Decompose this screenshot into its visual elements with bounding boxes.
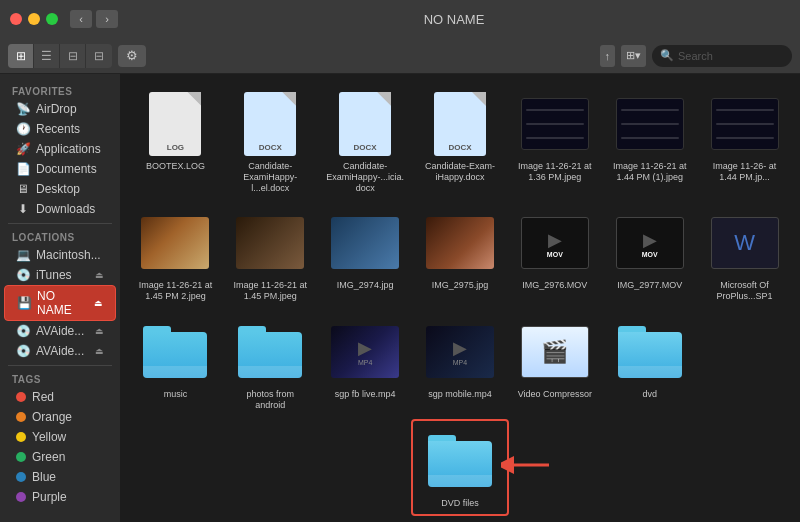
docx-shape-3: DOCX bbox=[434, 92, 486, 156]
docx-shape-2: DOCX bbox=[339, 92, 391, 156]
sidebar-item-purple[interactable]: Purple bbox=[4, 487, 116, 507]
file-bootex[interactable]: LOG BOOTEX.LOG bbox=[132, 86, 219, 197]
image1-icon bbox=[521, 90, 589, 158]
sidebar-item-green[interactable]: Green bbox=[4, 447, 116, 467]
candidate3-label: Candidate-Exam-iHappy.docx bbox=[421, 161, 500, 183]
sidebar-label-yellow: Yellow bbox=[32, 430, 66, 444]
desktop-icon: 🖥 bbox=[16, 182, 30, 196]
sidebar-item-macintosh[interactable]: 💻 Macintosh... bbox=[4, 245, 116, 265]
sidebar-item-itunes[interactable]: 💿 iTunes ⏏ bbox=[4, 265, 116, 285]
sidebar-label-macintosh: Macintosh... bbox=[36, 248, 101, 262]
sidebar-item-noname[interactable]: 💾 NO NAME ⏏ bbox=[4, 285, 116, 321]
file-image4[interactable]: Image 11-26-21 at 1.45 PM 2.jpeg bbox=[132, 205, 219, 306]
arrange-button[interactable]: ⊞▾ bbox=[621, 45, 646, 67]
maximize-button[interactable] bbox=[46, 13, 58, 25]
sidebar: Favorites 📡 AirDrop 🕐 Recents 🚀 Applicat… bbox=[0, 74, 120, 522]
bootex-icon: LOG bbox=[141, 90, 209, 158]
purple-tag-dot bbox=[16, 492, 26, 502]
gallery-view-btn[interactable]: ⊟ bbox=[86, 44, 112, 68]
sidebar-item-downloads[interactable]: ⬇ Downloads bbox=[4, 199, 116, 219]
sidebar-item-blue[interactable]: Blue bbox=[4, 467, 116, 487]
dvdfiles-arrow bbox=[501, 453, 551, 481]
img2976-thumb: ▶ MOV bbox=[521, 217, 589, 269]
file-videocomp[interactable]: 🎬 Video Compressor bbox=[511, 314, 598, 415]
back-button[interactable]: ‹ bbox=[70, 10, 92, 28]
dvd-label: dvd bbox=[642, 389, 657, 400]
search-placeholder: Search bbox=[678, 50, 713, 62]
file-candidate2[interactable]: DOCX Candidate-ExamiHappy-...icia.docx bbox=[322, 86, 409, 197]
file-image1[interactable]: Image 11-26-21 at 1.36 PM.jpeg bbox=[511, 86, 598, 197]
itunes-eject-icon[interactable]: ⏏ bbox=[95, 270, 104, 280]
action-button[interactable]: ⚙ bbox=[118, 45, 146, 67]
share-button[interactable]: ↑ bbox=[600, 45, 616, 67]
icon-view-btn[interactable]: ⊞ bbox=[8, 44, 34, 68]
dvd-folder-highlight bbox=[618, 366, 682, 378]
file-image3[interactable]: Image 11-26- at 1.44 PM.jp... bbox=[701, 86, 788, 197]
file-grid: LOG BOOTEX.LOG DOCX Candidate-ExamiHappy… bbox=[132, 86, 788, 512]
candidate2-label: Candidate-ExamiHappy-...icia.docx bbox=[326, 161, 405, 193]
file-dvd[interactable]: dvd bbox=[606, 314, 693, 415]
file-msoffice[interactable]: W Microsoft Of ProPlus...SP1 bbox=[701, 205, 788, 306]
macintosh-icon: 💻 bbox=[16, 248, 30, 262]
file-image2[interactable]: Image 11-26-21 at 1.44 PM (1).jpeg bbox=[606, 86, 693, 197]
bootex-label: BOOTEX.LOG bbox=[146, 161, 205, 172]
file-candidate3[interactable]: DOCX Candidate-Exam-iHappy.docx bbox=[417, 86, 504, 197]
file-candidate1[interactable]: DOCX Candidate-ExamiHappy-l...el.docx bbox=[227, 86, 314, 197]
file-dvdfiles[interactable]: DVD files bbox=[417, 423, 504, 513]
sidebar-item-applications[interactable]: 🚀 Applications bbox=[4, 139, 116, 159]
music-label: music bbox=[164, 389, 188, 400]
sidebar-item-red[interactable]: Red bbox=[4, 387, 116, 407]
file-photos[interactable]: photos from android bbox=[227, 314, 314, 415]
downloads-icon: ⬇ bbox=[16, 202, 30, 216]
file-sgpfb[interactable]: ▶ MP4 sgp fb live.mp4 bbox=[322, 314, 409, 415]
dvd-folder-icon bbox=[616, 318, 684, 386]
file-img2975[interactable]: IMG_2975.jpg bbox=[417, 205, 504, 306]
list-view-btn[interactable]: ☰ bbox=[34, 44, 60, 68]
candidate2-icon: DOCX bbox=[331, 90, 399, 158]
file-sgpmobile[interactable]: ▶ MP4 sgp mobile.mp4 bbox=[417, 314, 504, 415]
tags-label: Tags bbox=[0, 370, 120, 387]
sidebar-item-airdrop[interactable]: 📡 AirDrop bbox=[4, 99, 116, 119]
sidebar-item-documents[interactable]: 📄 Documents bbox=[4, 159, 116, 179]
img2977-label: IMG_2977.MOV bbox=[617, 280, 682, 291]
column-view-btn[interactable]: ⊟ bbox=[60, 44, 86, 68]
mov-badge-2976: MOV bbox=[547, 251, 563, 258]
image3-thumb bbox=[711, 98, 779, 150]
blue-tag-dot bbox=[16, 472, 26, 482]
sidebar-item-recents[interactable]: 🕐 Recents bbox=[4, 119, 116, 139]
forward-button[interactable]: › bbox=[96, 10, 118, 28]
title-bar: ‹ › NO NAME bbox=[0, 0, 800, 38]
nav-buttons: ‹ › bbox=[70, 10, 118, 28]
image3-icon bbox=[711, 90, 779, 158]
sidebar-item-avaide1[interactable]: 💿 AVAide... ⏏ bbox=[4, 321, 116, 341]
sidebar-item-orange[interactable]: Orange bbox=[4, 407, 116, 427]
close-button[interactable] bbox=[10, 13, 22, 25]
music-folder-shape bbox=[143, 326, 207, 378]
img2974-label: IMG_2974.jpg bbox=[337, 280, 394, 291]
sidebar-label-airdrop: AirDrop bbox=[36, 102, 77, 116]
file-image5[interactable]: Image 11-26-21 at 1.45 PM.jpeg bbox=[227, 205, 314, 306]
photos-folder-icon bbox=[236, 318, 304, 386]
sidebar-item-yellow[interactable]: Yellow bbox=[4, 427, 116, 447]
sidebar-item-avaide2[interactable]: 💿 AVAide... ⏏ bbox=[4, 341, 116, 361]
file-music[interactable]: music bbox=[132, 314, 219, 415]
image5-icon bbox=[236, 209, 304, 277]
img2974-thumb bbox=[331, 217, 399, 269]
music-folder-icon bbox=[141, 318, 209, 386]
candidate3-icon: DOCX bbox=[426, 90, 494, 158]
file-img2977[interactable]: ▶ MOV IMG_2977.MOV bbox=[606, 205, 693, 306]
sgpmobile-label: sgp mobile.mp4 bbox=[428, 389, 492, 400]
file-img2974[interactable]: IMG_2974.jpg bbox=[322, 205, 409, 306]
noname-icon: 💾 bbox=[17, 296, 31, 310]
sidebar-label-red: Red bbox=[32, 390, 54, 404]
avaide1-eject-icon[interactable]: ⏏ bbox=[95, 326, 104, 336]
itunes-icon: 💿 bbox=[16, 268, 30, 282]
file-img2976[interactable]: ▶ MOV IMG_2976.MOV bbox=[511, 205, 598, 306]
sidebar-item-desktop[interactable]: 🖥 Desktop bbox=[4, 179, 116, 199]
photos-folder-shape bbox=[238, 326, 302, 378]
recents-icon: 🕐 bbox=[16, 122, 30, 136]
noname-eject-icon[interactable]: ⏏ bbox=[94, 298, 103, 308]
minimize-button[interactable] bbox=[28, 13, 40, 25]
search-bar[interactable]: 🔍 Search bbox=[652, 45, 792, 67]
avaide2-eject-icon[interactable]: ⏏ bbox=[95, 346, 104, 356]
